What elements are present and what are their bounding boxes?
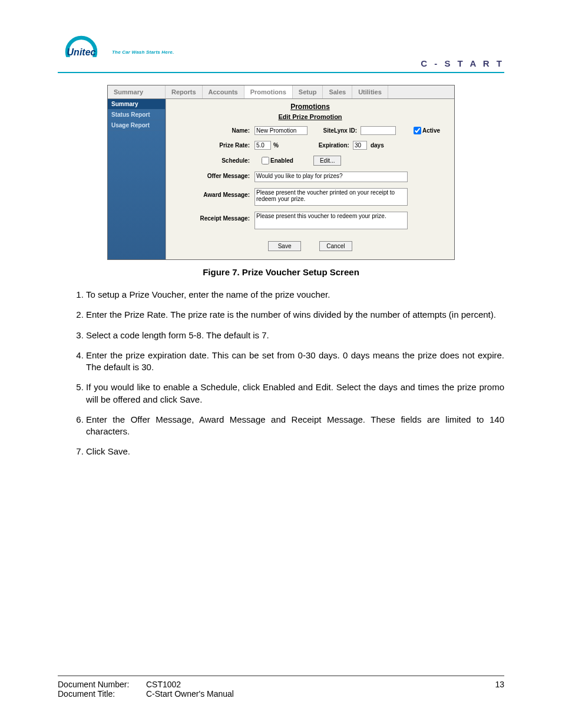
- prize-rate-label: Prize Rate:: [172, 142, 254, 149]
- doc-section-title: C - S T A R T: [421, 58, 504, 68]
- tab-utilities[interactable]: Utilities: [352, 85, 388, 98]
- offer-input[interactable]: Would you like to play for prizes?: [254, 172, 408, 182]
- receipt-input[interactable]: Please present this voucher to redeem yo…: [254, 212, 408, 229]
- name-input[interactable]: [254, 126, 308, 135]
- step-item: If you would like to enable a Schedule, …: [86, 381, 504, 406]
- tab-reports[interactable]: Reports: [166, 85, 203, 98]
- docnum-label: Document Number:: [58, 680, 146, 689]
- panel-title: Promotions: [172, 103, 448, 111]
- receipt-label: Receipt Message:: [172, 212, 254, 222]
- award-label: Award Message:: [172, 188, 254, 198]
- offer-label: Offer Message:: [172, 172, 254, 179]
- logo-tagline: The Car Wash Starts Here.: [112, 50, 174, 55]
- svg-rect-1: [62, 57, 100, 68]
- prize-rate-input[interactable]: [254, 141, 271, 150]
- step-item: Select a code length form 5-8. The defau…: [86, 330, 504, 341]
- doctitle-label: Document Title:: [58, 689, 146, 699]
- unitec-logo: Unitec: [58, 35, 105, 68]
- sidebar: Summary Status Report Usage Report: [108, 99, 166, 259]
- step-item: Enter the prize expiration date. This ca…: [86, 350, 504, 374]
- doctitle-value: C-Start Owner's Manual: [146, 689, 504, 699]
- sidebar-item-usage-report[interactable]: Usage Report: [108, 120, 165, 131]
- svg-text:Unitec: Unitec: [67, 47, 96, 57]
- tab-sales[interactable]: Sales: [323, 85, 352, 98]
- enabled-checkbox[interactable]: [262, 157, 269, 164]
- page-header: Unitec The Car Wash Starts Here. C - S T…: [58, 35, 504, 73]
- sitelynx-label: SiteLynx ID:: [308, 127, 361, 134]
- step-item: Click Save.: [86, 446, 504, 457]
- edit-button[interactable]: Edit...: [313, 156, 342, 166]
- save-button[interactable]: Save: [268, 241, 301, 251]
- figure-caption: Figure 7. Prize Voucher Setup Screen: [58, 267, 504, 277]
- page-number: 13: [481, 680, 504, 689]
- panel-subtitle: Edit Prize Promotion: [172, 113, 448, 120]
- docnum-value: CST1002: [146, 680, 481, 689]
- step-item: To setup a Prize Voucher, enter the name…: [86, 289, 504, 301]
- main-panel: Promotions Edit Prize Promotion Name: Si…: [166, 99, 454, 259]
- active-label: Active: [422, 127, 440, 134]
- name-label: Name:: [172, 127, 254, 134]
- tab-setup[interactable]: Setup: [293, 85, 323, 98]
- enabled-label: Enabled: [270, 157, 293, 164]
- page-footer: Document Number: CST1002 13 Document Tit…: [58, 676, 504, 699]
- days-label: days: [371, 142, 384, 149]
- award-input[interactable]: Please present the voucher printed on yo…: [254, 188, 408, 206]
- logo-block: Unitec The Car Wash Starts Here.: [58, 35, 174, 68]
- cancel-button[interactable]: Cancel: [319, 241, 352, 251]
- expiration-label: Expiration:: [300, 142, 353, 149]
- tab-promotions[interactable]: Promotions: [244, 85, 293, 98]
- active-checkbox[interactable]: [414, 127, 421, 134]
- schedule-label: Schedule:: [172, 157, 254, 164]
- sidebar-item-status-report[interactable]: Status Report: [108, 110, 165, 120]
- percent-label: %: [273, 142, 279, 149]
- expiration-input[interactable]: [353, 141, 367, 150]
- sitelynx-input[interactable]: [361, 126, 396, 135]
- tab-bar: Summary Reports Accounts Promotions Setu…: [108, 85, 454, 99]
- step-item: Enter the Offer Message, Award Message a…: [86, 414, 504, 438]
- instruction-list: To setup a Prize Voucher, enter the name…: [58, 289, 504, 458]
- step-item: Enter the Prize Rate. The prize rate is …: [86, 309, 504, 321]
- app-screenshot: Summary Reports Accounts Promotions Setu…: [107, 85, 455, 260]
- tab-accounts[interactable]: Accounts: [203, 85, 244, 98]
- tab-summary[interactable]: Summary: [108, 85, 166, 98]
- sidebar-item-summary[interactable]: Summary: [108, 99, 165, 110]
